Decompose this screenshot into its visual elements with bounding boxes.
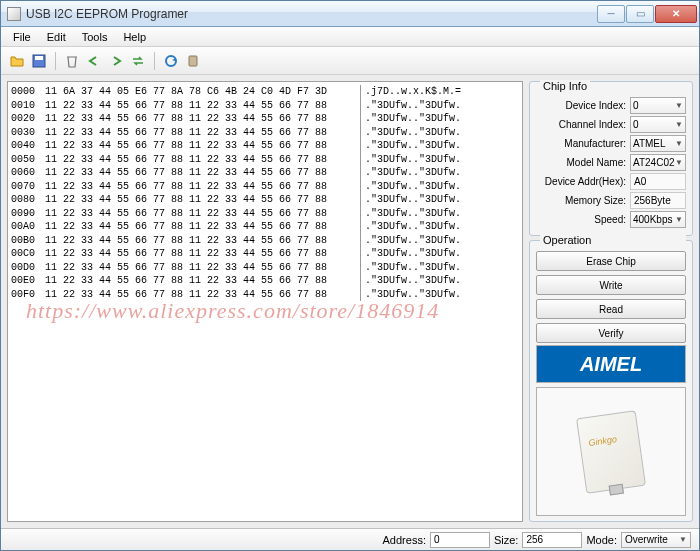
hex-offset: 00F0	[11, 288, 45, 302]
menu-tools[interactable]: Tools	[74, 29, 116, 45]
hex-row[interactable]: 004011 22 33 44 55 66 77 88 11 22 33 44 …	[11, 139, 522, 153]
hex-bytes[interactable]: 11 22 33 44 55 66 77 88 11 22 33 44 55 6…	[45, 220, 360, 234]
hex-offset: 0040	[11, 139, 45, 153]
hex-bytes[interactable]: 11 6A 37 44 05 E6 77 8A 78 C6 4B 24 C0 4…	[45, 85, 360, 99]
hex-ascii: ."3DUfw.."3DUfw.	[360, 180, 522, 194]
device-addr-field[interactable]: A0	[630, 173, 686, 190]
hex-offset: 0050	[11, 153, 45, 167]
manufacturer-combo[interactable]: ATMEL▼	[630, 135, 686, 152]
hex-bytes[interactable]: 11 22 33 44 55 66 77 88 11 22 33 44 55 6…	[45, 139, 360, 153]
save-icon[interactable]	[29, 51, 49, 71]
hex-bytes[interactable]: 11 22 33 44 55 66 77 88 11 22 33 44 55 6…	[45, 180, 360, 194]
svg-rect-3	[189, 56, 197, 66]
side-panel: Chip Info Device Index:0▼ Channel Index:…	[529, 81, 693, 522]
toolbar-separator	[55, 52, 56, 70]
hex-row[interactable]: 009011 22 33 44 55 66 77 88 11 22 33 44 …	[11, 207, 522, 221]
hex-ascii: ."3DUfw.."3DUfw.	[360, 193, 522, 207]
hex-bytes[interactable]: 11 22 33 44 55 66 77 88 11 22 33 44 55 6…	[45, 166, 360, 180]
hex-row[interactable]: 00A011 22 33 44 55 66 77 88 11 22 33 44 …	[11, 220, 522, 234]
channel-index-combo[interactable]: 0▼	[630, 116, 686, 133]
hex-offset: 0090	[11, 207, 45, 221]
hex-bytes[interactable]: 11 22 33 44 55 66 77 88 11 22 33 44 55 6…	[45, 193, 360, 207]
hex-row[interactable]: 00C011 22 33 44 55 66 77 88 11 22 33 44 …	[11, 247, 522, 261]
open-icon[interactable]	[7, 51, 27, 71]
swap-icon[interactable]	[128, 51, 148, 71]
hex-ascii: ."3DUfw.."3DUfw.	[360, 274, 522, 288]
hex-offset: 0080	[11, 193, 45, 207]
hex-offset: 0020	[11, 112, 45, 126]
hex-offset: 00C0	[11, 247, 45, 261]
hex-bytes[interactable]: 11 22 33 44 55 66 77 88 11 22 33 44 55 6…	[45, 126, 360, 140]
refresh-icon[interactable]	[161, 51, 181, 71]
label-speed: Speed:	[536, 214, 630, 225]
hex-editor[interactable]: 000011 6A 37 44 05 E6 77 8A 78 C6 4B 24 …	[7, 81, 523, 522]
read-button[interactable]: Read	[536, 299, 686, 319]
hex-bytes[interactable]: 11 22 33 44 55 66 77 88 11 22 33 44 55 6…	[45, 112, 360, 126]
label-channel-index: Channel Index:	[536, 119, 630, 130]
device-index-combo[interactable]: 0▼	[630, 97, 686, 114]
hex-bytes[interactable]: 11 22 33 44 55 66 77 88 11 22 33 44 55 6…	[45, 261, 360, 275]
model-name-combo[interactable]: AT24C02▼	[630, 154, 686, 171]
status-size-field[interactable]: 256	[522, 532, 582, 548]
verify-button[interactable]: Verify	[536, 323, 686, 343]
hex-bytes[interactable]: 11 22 33 44 55 66 77 88 11 22 33 44 55 6…	[45, 274, 360, 288]
hex-bytes[interactable]: 11 22 33 44 55 66 77 88 11 22 33 44 55 6…	[45, 99, 360, 113]
speed-combo[interactable]: 400Kbps▼	[630, 211, 686, 228]
hex-ascii: ."3DUfw.."3DUfw.	[360, 139, 522, 153]
menu-help[interactable]: Help	[115, 29, 154, 45]
hex-row[interactable]: 001011 22 33 44 55 66 77 88 11 22 33 44 …	[11, 99, 522, 113]
hex-ascii: ."3DUfw.."3DUfw.	[360, 247, 522, 261]
hex-row[interactable]: 00F011 22 33 44 55 66 77 88 11 22 33 44 …	[11, 288, 522, 302]
erase-chip-button[interactable]: Erase Chip	[536, 251, 686, 271]
svg-rect-1	[35, 56, 43, 60]
hex-ascii: ."3DUfw.."3DUfw.	[360, 112, 522, 126]
redo-icon[interactable]	[106, 51, 126, 71]
label-model-name: Model Name:	[536, 157, 630, 168]
hex-row[interactable]: 006011 22 33 44 55 66 77 88 11 22 33 44 …	[11, 166, 522, 180]
hex-row[interactable]: 008011 22 33 44 55 66 77 88 11 22 33 44 …	[11, 193, 522, 207]
menu-edit[interactable]: Edit	[39, 29, 74, 45]
hex-bytes[interactable]: 11 22 33 44 55 66 77 88 11 22 33 44 55 6…	[45, 247, 360, 261]
menubar: File Edit Tools Help	[1, 27, 699, 47]
titlebar: USB I2C EEPROM Programer ─ ▭ ✕	[1, 1, 699, 27]
hex-bytes[interactable]: 11 22 33 44 55 66 77 88 11 22 33 44 55 6…	[45, 288, 360, 302]
chip-info-group: Chip Info Device Index:0▼ Channel Index:…	[529, 81, 693, 236]
menu-file[interactable]: File	[5, 29, 39, 45]
hex-offset: 00E0	[11, 274, 45, 288]
status-address-field[interactable]: 0	[430, 532, 490, 548]
chip-icon[interactable]	[183, 51, 203, 71]
hex-ascii: ."3DUfw.."3DUfw.	[360, 166, 522, 180]
label-device-addr: Device Addr(Hex):	[536, 176, 630, 187]
trash-icon[interactable]	[62, 51, 82, 71]
hex-ascii: ."3DUfw.."3DUfw.	[360, 126, 522, 140]
app-window: USB I2C EEPROM Programer ─ ▭ ✕ File Edit…	[0, 0, 700, 551]
hex-bytes[interactable]: 11 22 33 44 55 66 77 88 11 22 33 44 55 6…	[45, 207, 360, 221]
minimize-button[interactable]: ─	[597, 5, 625, 23]
hex-row[interactable]: 007011 22 33 44 55 66 77 88 11 22 33 44 …	[11, 180, 522, 194]
hex-row[interactable]: 000011 6A 37 44 05 E6 77 8A 78 C6 4B 24 …	[11, 85, 522, 99]
hex-ascii: ."3DUfw.."3DUfw.	[360, 234, 522, 248]
hex-bytes[interactable]: 11 22 33 44 55 66 77 88 11 22 33 44 55 6…	[45, 234, 360, 248]
close-button[interactable]: ✕	[655, 5, 697, 23]
svg-point-2	[166, 56, 176, 66]
status-address-label: Address:	[383, 534, 426, 546]
hex-bytes[interactable]: 11 22 33 44 55 66 77 88 11 22 33 44 55 6…	[45, 153, 360, 167]
operation-title: Operation	[540, 234, 686, 246]
hex-offset: 0060	[11, 166, 45, 180]
chip-info-title: Chip Info	[540, 80, 590, 92]
hex-row[interactable]: 002011 22 33 44 55 66 77 88 11 22 33 44 …	[11, 112, 522, 126]
label-device-index: Device Index:	[536, 100, 630, 111]
status-size-label: Size:	[494, 534, 518, 546]
hex-row[interactable]: 00D011 22 33 44 55 66 77 88 11 22 33 44 …	[11, 261, 522, 275]
hex-row[interactable]: 005011 22 33 44 55 66 77 88 11 22 33 44 …	[11, 153, 522, 167]
hex-ascii: ."3DUfw.."3DUfw.	[360, 261, 522, 275]
hex-row[interactable]: 003011 22 33 44 55 66 77 88 11 22 33 44 …	[11, 126, 522, 140]
status-mode-combo[interactable]: Overwrite▼	[621, 532, 691, 548]
hex-row[interactable]: 00B011 22 33 44 55 66 77 88 11 22 33 44 …	[11, 234, 522, 248]
maximize-button[interactable]: ▭	[626, 5, 654, 23]
undo-icon[interactable]	[84, 51, 104, 71]
write-button[interactable]: Write	[536, 275, 686, 295]
hex-row[interactable]: 00E011 22 33 44 55 66 77 88 11 22 33 44 …	[11, 274, 522, 288]
hex-offset: 00B0	[11, 234, 45, 248]
toolbar-separator	[154, 52, 155, 70]
